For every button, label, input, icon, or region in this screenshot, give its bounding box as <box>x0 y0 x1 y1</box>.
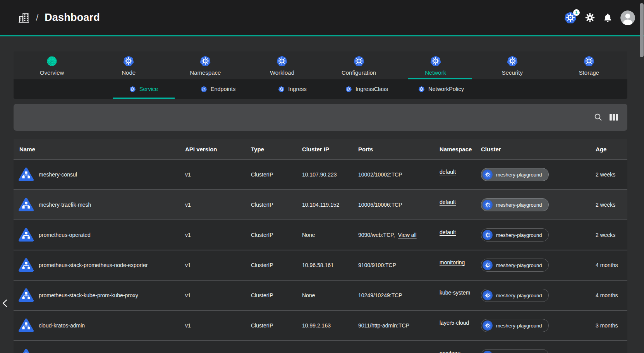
cluster-chip[interactable]: meshery-playground <box>481 198 549 211</box>
cluster-cell: meshery-playground <box>475 289 590 302</box>
cluster-chip-label: meshery-playground <box>496 232 542 238</box>
column-header-ports[interactable]: Ports <box>352 146 434 153</box>
ports-value: 10006/10006:TCP <box>358 202 402 208</box>
ports-value: 9100/9100:TCP <box>358 262 396 268</box>
table-row[interactable]: meshery-consul v1 ClusterIP 10.107.90.22… <box>14 159 627 189</box>
topbar: / Dashboard 1 <box>0 0 644 35</box>
view-columns-icon[interactable] <box>609 113 618 122</box>
tab-node[interactable]: Node <box>90 51 167 79</box>
kubernetes-icon <box>483 351 493 353</box>
namespace-cell: default <box>434 232 475 238</box>
namespace-link[interactable]: monitoring <box>440 259 465 266</box>
cluster-chip-label: meshery-playground <box>496 202 542 208</box>
bell-icon[interactable] <box>603 13 613 22</box>
namespace-link[interactable]: layer5-cloud <box>440 320 469 326</box>
namespace-link[interactable]: default <box>440 169 456 175</box>
column-header-name[interactable]: Name <box>14 146 179 153</box>
service-name: cloud-kratos-admin <box>39 322 85 329</box>
tab-security[interactable]: Security <box>474 51 551 79</box>
service-name-cell: prometheus-operated <box>14 228 179 242</box>
building-icon[interactable] <box>18 11 30 24</box>
service-resource-icon <box>19 288 34 303</box>
subtab-ingressclass[interactable]: IngressClass <box>330 79 404 99</box>
subtab-service[interactable]: Service <box>106 79 181 99</box>
scrollbar-thumb[interactable] <box>640 3 644 57</box>
cluster-chip[interactable]: meshery-playground <box>481 228 549 242</box>
cluster-chip[interactable]: meshery-playground <box>481 168 549 181</box>
type-cell: ClusterIP <box>245 232 296 238</box>
tab-label: Workload <box>270 69 294 76</box>
table-row[interactable]: prometheus-stack-kube-prom-kube-proxy v1… <box>14 280 627 310</box>
subtab-ingress[interactable]: Ingress <box>255 79 330 99</box>
resource-tabs: Overview Node Namespace <box>14 51 627 79</box>
cluster-chip-label: meshery-playground <box>496 293 542 298</box>
page-title: Dashboard <box>45 12 100 24</box>
namespace-link[interactable]: default <box>440 229 456 235</box>
meshery-dashboard: / Dashboard 1 <box>0 0 644 353</box>
tab-workload[interactable]: Workload <box>244 51 320 79</box>
notification-badge: 1 <box>573 9 580 16</box>
cluster-ip-cell: None <box>296 292 352 298</box>
kubernetes-icon <box>278 86 285 93</box>
subtab-label: IngressClass <box>355 86 388 92</box>
column-header-cluster-ip[interactable]: Cluster IP <box>296 146 352 153</box>
subtab-label: Service <box>139 86 158 92</box>
table-row[interactable]: meshery-traefik-mesh v1 ClusterIP 10.104… <box>14 189 627 219</box>
view-all-link[interactable]: View all <box>398 232 417 238</box>
type-cell: ClusterIP <box>245 171 296 178</box>
table-row[interactable]: prometheus-operated v1 ClusterIP None 90… <box>14 219 627 250</box>
tab-label: Configuration <box>342 69 376 76</box>
subtab-networkpolicy[interactable]: NetworkPolicy <box>404 79 478 99</box>
drawer-collapse-button[interactable] <box>0 298 10 309</box>
age-cell: 2 weeks <box>590 232 627 238</box>
table-body: meshery-consul v1 ClusterIP 10.107.90.22… <box>14 159 627 353</box>
kubernetes-context-icon[interactable]: 1 <box>564 11 577 24</box>
column-header-cluster[interactable]: Cluster <box>475 146 590 153</box>
api-version-cell: v1 <box>179 322 245 329</box>
column-header-age[interactable]: Age <box>590 146 627 153</box>
cluster-chip[interactable]: meshery-playground <box>481 319 549 332</box>
table-row[interactable]: prometheus-stack-prometheus-node-exporte… <box>14 250 627 280</box>
tab-namespace[interactable]: Namespace <box>167 51 244 79</box>
table-row[interactable]: cloud-kratos-admin v1 ClusterIP 10.99.2.… <box>14 310 627 340</box>
age-cell: 4 months <box>590 292 627 298</box>
service-name-cell: prometheus-stack-prometheus-node-exporte… <box>14 258 179 272</box>
tab-label: Network <box>425 69 446 76</box>
service-name: prometheus-operated <box>39 232 91 238</box>
user-avatar[interactable] <box>620 10 635 25</box>
gear-icon[interactable] <box>585 12 595 23</box>
table-row[interactable]: meshery meshery-playground <box>14 340 627 353</box>
subtab-endpoints[interactable]: Endpoints <box>181 79 255 99</box>
namespace-link[interactable]: kube-system <box>440 290 470 296</box>
service-name-cell: prometheus-stack-kube-prom-kube-proxy <box>14 288 179 303</box>
kubernetes-icon <box>483 200 493 210</box>
age-cell: 2 weeks <box>590 202 627 208</box>
age-cell: 2 weeks <box>590 171 627 178</box>
column-header-type[interactable]: Type <box>245 146 296 153</box>
namespace-link[interactable]: default <box>440 199 456 205</box>
ports-cell: 10002/10002:TCP <box>352 171 434 178</box>
api-version-cell: v1 <box>179 202 245 208</box>
column-header-namespace[interactable]: Namespace <box>434 146 475 153</box>
kubernetes-icon <box>483 170 493 180</box>
kubernetes-icon <box>430 55 441 67</box>
cluster-chip[interactable]: meshery-playground <box>481 289 549 302</box>
kubernetes-icon <box>276 55 288 67</box>
network-sub-tabs: Service Endpoints Ingress <box>14 79 627 99</box>
column-header-api-version[interactable]: API version <box>179 146 245 153</box>
namespace-cell: default <box>434 171 475 178</box>
table-header-row: Name API version Type Cluster IP Ports N… <box>14 139 627 159</box>
cluster-cell: meshery-playground <box>475 228 590 242</box>
tab-configuration[interactable]: Configuration <box>321 51 397 79</box>
cluster-chip[interactable]: meshery-playground <box>481 349 549 353</box>
tab-network[interactable]: Network <box>397 51 474 79</box>
namespace-link[interactable]: meshery <box>440 350 460 353</box>
tab-overview[interactable]: Overview <box>14 51 90 79</box>
search-icon[interactable] <box>594 113 603 122</box>
cluster-chip[interactable]: meshery-playground <box>481 259 549 272</box>
accent-divider <box>0 35 644 36</box>
api-version-cell: v1 <box>179 232 245 238</box>
age-cell: 4 months <box>590 262 627 268</box>
service-name: meshery-consul <box>39 171 77 178</box>
tab-storage[interactable]: Storage <box>551 51 627 79</box>
